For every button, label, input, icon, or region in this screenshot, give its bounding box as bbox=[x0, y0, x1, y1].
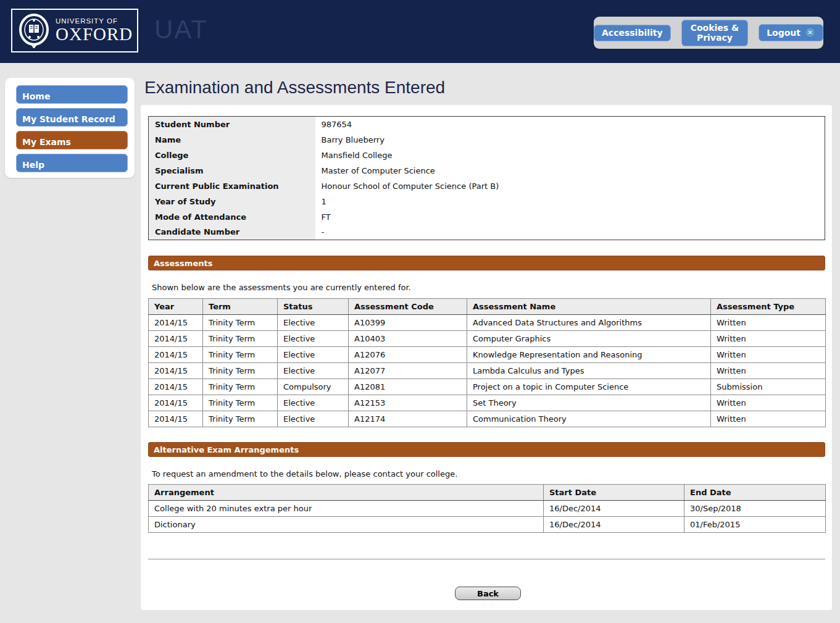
assessments-table: Year Term Status Assessment Code Assessm… bbox=[148, 298, 826, 427]
sidebar-item-help[interactable]: Help bbox=[16, 154, 128, 172]
cell-year: 2014/15 bbox=[149, 411, 203, 427]
cell-assessment-code: A12076 bbox=[349, 347, 467, 363]
main-content-panel: Student Number 987654 Name Barry Blueber… bbox=[141, 105, 832, 610]
column-header-term: Term bbox=[203, 299, 278, 315]
table-row: Mode of Attendance FT bbox=[149, 209, 825, 225]
student-detail-label: Specialism bbox=[149, 163, 315, 178]
cell-assessment-code: A10399 bbox=[349, 315, 467, 331]
cell-assessment-name: Advanced Data Structures and Algorithms bbox=[467, 315, 711, 331]
arrangements-table: Arrangement Start Date End Date College … bbox=[148, 484, 826, 533]
cell-assessment-name: Project on a topic in Computer Science bbox=[467, 379, 711, 395]
table-row: 2014/15 Trinity Term Elective A10399 Adv… bbox=[149, 315, 826, 331]
logo-oxford: OXFORD bbox=[56, 25, 133, 43]
sidebar-item-my-exams[interactable]: My Exams bbox=[16, 131, 128, 149]
cell-arrangement: Dictionary bbox=[149, 517, 544, 533]
column-header-arrangement: Arrangement bbox=[149, 485, 544, 501]
oxford-crest-icon bbox=[19, 14, 49, 48]
cell-year: 2014/15 bbox=[149, 395, 203, 411]
cell-assessment-code: A12081 bbox=[349, 379, 467, 395]
sidebar-item-my-student-record[interactable]: My Student Record bbox=[16, 108, 128, 127]
student-detail-label: Mode of Attendance bbox=[149, 209, 315, 225]
logout-button-label: Logout bbox=[767, 28, 800, 38]
table-row: Year of Study 1 bbox=[149, 194, 825, 209]
cell-assessment-type: Submission bbox=[711, 379, 826, 395]
cell-year: 2014/15 bbox=[149, 363, 203, 379]
accessibility-button[interactable]: Accessibility bbox=[594, 25, 671, 41]
table-row: Name Barry Blueberry bbox=[149, 132, 825, 148]
column-header-end-date: End Date bbox=[684, 485, 826, 501]
cell-term: Trinity Term bbox=[203, 363, 278, 379]
table-row: 2014/15 Trinity Term Elective A12077 Lam… bbox=[149, 363, 826, 379]
cell-assessment-type: Written bbox=[711, 347, 826, 363]
top-banner: UNIVERSITY OF OXFORD UAT Accessibility C… bbox=[0, 0, 840, 63]
table-row: 2014/15 Trinity Term Compulsory A12081 P… bbox=[149, 379, 826, 395]
student-detail-value: Master of Computer Science bbox=[315, 163, 825, 178]
student-detail-label: College bbox=[149, 148, 315, 163]
cell-year: 2014/15 bbox=[149, 379, 203, 395]
assessments-section-header: Assessments bbox=[148, 256, 825, 270]
cell-year: 2014/15 bbox=[149, 347, 203, 363]
student-detail-value: 1 bbox=[315, 194, 825, 209]
accessibility-button-label: Accessibility bbox=[602, 28, 663, 38]
assessments-intro-text: Shown below are the assessments you are … bbox=[152, 283, 411, 292]
cell-term: Trinity Term bbox=[203, 315, 278, 331]
arrangements-section-header: Alternative Exam Arrangements bbox=[148, 442, 825, 457]
column-header-start-date: Start Date bbox=[544, 485, 684, 501]
cookies-privacy-button[interactable]: Cookies & Privacy bbox=[681, 20, 749, 46]
page-title: Examination and Assessments Entered bbox=[144, 78, 445, 98]
divider bbox=[148, 559, 825, 559]
cell-status: Compulsory bbox=[278, 379, 349, 395]
cell-term: Trinity Term bbox=[203, 347, 278, 363]
cell-assessment-type: Written bbox=[711, 395, 826, 411]
student-detail-label: Year of Study bbox=[149, 194, 315, 209]
table-row: 2014/15 Trinity Term Elective A10403 Com… bbox=[149, 331, 826, 347]
student-detail-label: Candidate Number bbox=[149, 225, 315, 240]
table-row: Current Public Examination Honour School… bbox=[149, 178, 825, 194]
student-detail-value: 987654 bbox=[315, 117, 825, 132]
cell-assessment-type: Written bbox=[711, 315, 826, 331]
cell-assessment-type: Written bbox=[711, 331, 826, 347]
arrangements-intro-text: To request an amendment to the details b… bbox=[152, 469, 457, 479]
student-detail-label: Student Number bbox=[149, 117, 315, 132]
student-detail-value: Barry Blueberry bbox=[315, 132, 825, 148]
cookies-privacy-button-label: Cookies & Privacy bbox=[689, 23, 741, 43]
table-row: Candidate Number - bbox=[149, 225, 825, 240]
cell-assessment-name: Communication Theory bbox=[467, 411, 711, 427]
cell-start-date: 16/Dec/2014 bbox=[544, 501, 684, 517]
cell-assessment-name: Computer Graphics bbox=[467, 331, 711, 347]
table-row: College with 20 minutes extra per hour 1… bbox=[149, 501, 826, 517]
cell-term: Trinity Term bbox=[203, 395, 278, 411]
cell-end-date: 01/Feb/2015 bbox=[684, 517, 826, 533]
student-detail-label: Current Public Examination bbox=[149, 178, 315, 194]
column-header-assessment-type: Assessment Type bbox=[711, 299, 826, 315]
table-header-row: Year Term Status Assessment Code Assessm… bbox=[149, 299, 826, 315]
oxford-logo-text: UNIVERSITY OF OXFORD bbox=[56, 17, 133, 44]
cell-assessment-code: A10403 bbox=[349, 331, 467, 347]
sidebar-nav: Home My Student Record My Exams Help bbox=[5, 78, 135, 178]
back-button[interactable]: Back bbox=[455, 587, 521, 600]
cell-assessment-name: Lambda Calculus and Types bbox=[467, 363, 711, 379]
cell-assessment-type: Written bbox=[711, 411, 826, 427]
cell-assessment-name: Set Theory bbox=[467, 395, 711, 411]
table-header-row: Arrangement Start Date End Date bbox=[149, 485, 826, 501]
student-detail-value: Honour School of Computer Science (Part … bbox=[315, 178, 825, 194]
cell-status: Elective bbox=[278, 347, 349, 363]
column-header-status: Status bbox=[278, 299, 349, 315]
cell-status: Elective bbox=[278, 395, 349, 411]
table-row: 2014/15 Trinity Term Elective A12153 Set… bbox=[149, 395, 826, 411]
table-row: Specialism Master of Computer Science bbox=[149, 163, 825, 178]
column-header-assessment-code: Assessment Code bbox=[349, 299, 467, 315]
sidebar-item-home[interactable]: Home bbox=[16, 85, 128, 104]
cell-status: Elective bbox=[278, 315, 349, 331]
column-header-assessment-name: Assessment Name bbox=[467, 299, 711, 315]
student-detail-value: - bbox=[315, 225, 825, 240]
cell-assessment-name: Knowledge Representation and Reasoning bbox=[467, 347, 711, 363]
cell-assessment-type: Written bbox=[711, 363, 826, 379]
table-row: 2014/15 Trinity Term Elective A12076 Kno… bbox=[149, 347, 826, 363]
cell-term: Trinity Term bbox=[203, 411, 278, 427]
student-detail-value: FT bbox=[315, 209, 825, 225]
table-row: Dictionary 16/Dec/2014 01/Feb/2015 bbox=[149, 517, 826, 533]
cell-assessment-code: A12077 bbox=[349, 363, 467, 379]
logout-button[interactable]: Logout ✕ bbox=[759, 24, 823, 41]
environment-watermark: UAT bbox=[154, 15, 208, 44]
